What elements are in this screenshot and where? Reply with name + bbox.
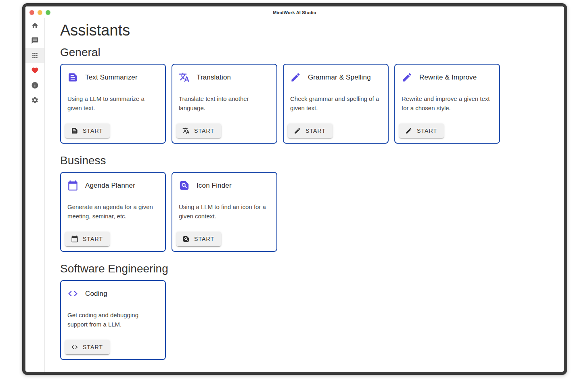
card-row-general: Text Summarizer Using a LLM to summarize…: [60, 64, 564, 144]
code-icon: [71, 343, 78, 351]
start-button-coding[interactable]: START: [65, 340, 110, 354]
minimize-button[interactable]: [38, 10, 42, 15]
pencil-icon: [290, 72, 301, 83]
card-description: Get coding and debugging support from a …: [67, 311, 159, 329]
start-button-translation[interactable]: START: [176, 123, 221, 138]
code-icon: [67, 288, 78, 299]
start-button-label: START: [83, 344, 103, 350]
window-controls: [29, 10, 50, 15]
close-button[interactable]: [29, 10, 34, 15]
title-bar: MindWork AI Studio: [25, 6, 564, 18]
main-content: Assistants General Text Summarizer Using…: [45, 18, 564, 372]
assistant-card-translation: Translation Translate text into another …: [172, 64, 277, 144]
pencil-icon: [294, 127, 301, 134]
section-heading-general: General: [60, 46, 564, 59]
apps-grid-icon: [31, 52, 39, 59]
assistant-card-agenda-planner: Agenda Planner Generate an agenda for a …: [60, 172, 166, 252]
calendar-icon: [67, 180, 78, 191]
assistant-card-coding: Coding Get coding and debugging support …: [60, 280, 166, 360]
card-description: Translate text into another language.: [179, 94, 270, 113]
icon-search-icon: [182, 235, 190, 243]
start-button-label: START: [417, 128, 437, 134]
start-button-label: START: [194, 236, 214, 242]
calendar-icon: [71, 235, 78, 243]
card-description: Using a LLM to find an icon for a given …: [179, 203, 270, 221]
card-title: Rewrite & Improve: [419, 73, 477, 82]
card-description: Using a LLM to summarize a given text.: [67, 94, 159, 113]
sidebar-item-about[interactable]: [25, 78, 44, 93]
screenshot-canvas: MindWork AI Studio: [0, 0, 588, 383]
card-description: Check grammar and spelling of a given te…: [290, 94, 381, 113]
pencil-icon: [405, 127, 412, 134]
sidebar: [25, 18, 45, 372]
card-description: Generate an agenda for a given meeting, …: [67, 203, 159, 221]
translate-icon: [179, 72, 190, 83]
start-button-rewrite-improve[interactable]: START: [399, 123, 444, 138]
assistant-card-rewrite-improve: Rewrite & Improve Rewrite and improve a …: [394, 64, 500, 144]
icon-search-icon: [179, 180, 190, 191]
app-window: MindWork AI Studio: [22, 3, 567, 375]
chat-icon: [31, 37, 39, 44]
card-title: Translation: [197, 73, 231, 82]
card-header: Text Summarizer: [67, 72, 159, 83]
sidebar-item-supporters[interactable]: [25, 63, 44, 78]
section-heading-business: Business: [60, 154, 564, 167]
start-button-agenda-planner[interactable]: START: [65, 232, 110, 246]
zoom-button[interactable]: [46, 10, 50, 15]
sidebar-item-settings[interactable]: [25, 93, 44, 108]
assistant-card-icon-finder: Icon Finder Using a LLM to find an icon …: [172, 172, 277, 252]
settings-gear-icon: [31, 96, 39, 104]
card-header: Coding: [67, 288, 159, 299]
card-title: Text Summarizer: [85, 73, 138, 82]
card-header: Translation: [179, 72, 270, 83]
card-description: Rewrite and improve a given text for a c…: [402, 94, 493, 113]
start-button-text-summarizer[interactable]: START: [65, 123, 110, 138]
card-header: Agenda Planner: [67, 180, 159, 191]
start-button-icon-finder[interactable]: START: [176, 232, 221, 246]
home-icon: [31, 22, 39, 29]
sidebar-item-assistants[interactable]: [25, 48, 44, 63]
app-body: Assistants General Text Summarizer Using…: [25, 18, 564, 372]
assistant-card-grammar-spelling: Grammar & Spelling Check grammar and spe…: [283, 64, 389, 144]
assistant-card-text-summarizer: Text Summarizer Using a LLM to summarize…: [60, 64, 166, 144]
card-header: Rewrite & Improve: [402, 72, 493, 83]
text-snippet-icon: [67, 72, 78, 83]
page-title: Assistants: [60, 21, 564, 39]
sidebar-item-home[interactable]: [25, 18, 44, 33]
info-icon: [31, 82, 39, 89]
start-button-label: START: [306, 128, 326, 134]
pencil-icon: [402, 72, 412, 83]
card-title: Grammar & Spelling: [308, 73, 371, 82]
start-button-label: START: [83, 128, 103, 134]
section-heading-software-engineering: Software Engineering: [60, 262, 564, 275]
start-button-grammar-spelling[interactable]: START: [288, 123, 333, 138]
start-button-label: START: [194, 128, 214, 134]
card-row-software-engineering: Coding Get coding and debugging support …: [60, 280, 564, 360]
card-row-business: Agenda Planner Generate an agenda for a …: [60, 172, 564, 252]
card-header: Grammar & Spelling: [290, 72, 381, 83]
sidebar-item-chats[interactable]: [25, 33, 44, 48]
heart-icon: [31, 67, 39, 74]
text-snippet-icon: [71, 127, 78, 134]
card-title: Agenda Planner: [85, 182, 135, 190]
card-header: Icon Finder: [179, 180, 270, 191]
translate-icon: [182, 127, 190, 134]
window-title: MindWork AI Studio: [273, 10, 316, 15]
card-title: Coding: [85, 290, 107, 298]
start-button-label: START: [83, 236, 103, 242]
card-title: Icon Finder: [197, 182, 232, 190]
